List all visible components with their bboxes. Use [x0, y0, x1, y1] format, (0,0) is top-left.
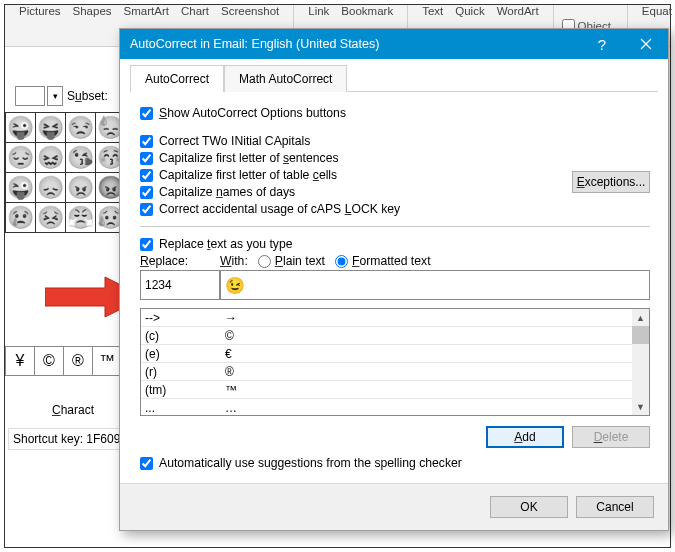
- help-icon[interactable]: ?: [580, 36, 624, 53]
- capslock-check[interactable]: [140, 203, 153, 216]
- charact-label: Charact: [52, 403, 94, 417]
- tab-math-autocorrect[interactable]: Math AutoCorrect: [224, 65, 347, 92]
- titlebar[interactable]: AutoCorrect in Email: English (United St…: [120, 29, 668, 59]
- ribbon-item[interactable]: Link: [308, 5, 329, 19]
- replace-as-type-label: Replace text as you type: [159, 237, 292, 251]
- ok-button[interactable]: OK: [490, 496, 568, 518]
- scroll-down-icon[interactable]: ▼: [632, 398, 649, 415]
- symbol-dialog-bg: ▾ Subset: 😜 😝 😒 😓 😔 😖 😘 😚 😜 😞 😠 😡 😢 😣 😤 …: [5, 86, 130, 233]
- show-options-label: Show AutoCorrect Options buttons: [159, 106, 346, 120]
- shortcut-key: Shortcut key: 1F609,: [8, 432, 129, 446]
- emoji-cell[interactable]: 😜: [6, 113, 36, 143]
- separator: [140, 226, 650, 227]
- emoji-grid: 😜 😝 😒 😓 😔 😖 😘 😚 😜 😞 😠 😡 😢 😣 😤 😥: [5, 112, 130, 233]
- list-item[interactable]: (tm)™: [141, 381, 632, 399]
- ribbon-item[interactable]: Text: [422, 5, 443, 19]
- ribbon-item[interactable]: Quick: [455, 5, 484, 19]
- replace-input[interactable]: [140, 270, 220, 300]
- emoji-cell[interactable]: 😢: [6, 203, 36, 233]
- list-item[interactable]: ...…: [141, 399, 632, 415]
- plain-text-radio[interactable]: [258, 255, 271, 268]
- add-button[interactable]: Add: [486, 426, 564, 448]
- auto-suggest-label: Automatically use suggestions from the s…: [159, 456, 462, 470]
- recent-row: ¥ © ® ™: [5, 346, 121, 376]
- ribbon-item[interactable]: Screenshot: [221, 5, 279, 19]
- ribbon-item[interactable]: Chart: [181, 5, 209, 19]
- cap-sentence-label: Capitalize first letter of sentences: [159, 151, 339, 165]
- dialog-title: AutoCorrect in Email: English (United St…: [120, 37, 580, 51]
- list-item[interactable]: -->→: [141, 309, 632, 327]
- two-initials-check[interactable]: [140, 135, 153, 148]
- autocorrect-dialog: AutoCorrect in Email: English (United St…: [119, 28, 669, 531]
- two-initials-label: Correct TWo INitial CApitals: [159, 134, 310, 148]
- auto-suggest-check[interactable]: [140, 457, 153, 470]
- recent-cell[interactable]: ©: [34, 346, 64, 376]
- cap-cells-label: Capitalize first letter of table cells: [159, 168, 337, 182]
- scroll-thumb[interactable]: [632, 326, 649, 344]
- ribbon-item[interactable]: Pictures: [19, 5, 61, 19]
- ribbon-item[interactable]: Bookmark: [341, 5, 393, 19]
- recent-cell[interactable]: ®: [63, 346, 93, 376]
- delete-button[interactable]: Delete: [572, 426, 650, 448]
- cap-sentence-check[interactable]: [140, 152, 153, 165]
- emoji-cell[interactable]: 😒: [66, 113, 96, 143]
- list-item[interactable]: (c)©: [141, 327, 632, 345]
- plain-text-label: Plain text: [275, 254, 325, 268]
- emoji-cell[interactable]: 😜: [6, 173, 36, 203]
- recent-cell[interactable]: ¥: [5, 346, 35, 376]
- formatted-text-radio[interactable]: [335, 255, 348, 268]
- list-item[interactable]: (r)®: [141, 363, 632, 381]
- cancel-button[interactable]: Cancel: [576, 496, 654, 518]
- replace-label: Replace:: [140, 254, 220, 268]
- tab-strip: AutoCorrect Math AutoCorrect: [120, 59, 668, 92]
- with-preview[interactable]: 😉: [220, 270, 650, 300]
- emoji-cell[interactable]: 😠: [66, 173, 96, 203]
- with-label: With:: [220, 254, 248, 268]
- ribbon-item[interactable]: WordArt: [497, 5, 539, 19]
- capslock-label: Correct accidental usage of cAPS LOCK ke…: [159, 202, 400, 216]
- list-item[interactable]: (e)€: [141, 345, 632, 363]
- emoji-cell[interactable]: 😔: [6, 143, 36, 173]
- dropdown-icon[interactable]: ▾: [47, 86, 63, 106]
- recent-cell[interactable]: ™: [92, 346, 122, 376]
- ribbon-item[interactable]: Equat: [642, 5, 672, 19]
- emoji-cell[interactable]: 😘: [66, 143, 96, 173]
- ribbon-item[interactable]: SmartArt: [124, 5, 169, 19]
- ribbon-item[interactable]: Shapes: [73, 5, 112, 19]
- tab-autocorrect[interactable]: AutoCorrect: [130, 65, 224, 92]
- cap-cells-check[interactable]: [140, 169, 153, 182]
- show-options-check[interactable]: [140, 107, 153, 120]
- replace-as-type-check[interactable]: [140, 238, 153, 251]
- emoji-cell[interactable]: 😖: [36, 143, 66, 173]
- close-icon[interactable]: [624, 29, 668, 59]
- scrollbar[interactable]: ▲ ▼: [632, 309, 649, 415]
- subset-input[interactable]: [15, 86, 45, 106]
- scroll-up-icon[interactable]: ▲: [632, 309, 649, 326]
- replace-list: -->→ (c)© (e)€ (r)® (tm)™ ...… :-(* ▲ ▼: [140, 308, 650, 416]
- exceptions-button[interactable]: Exceptions...: [572, 171, 650, 193]
- cap-days-check[interactable]: [140, 186, 153, 199]
- emoji-cell[interactable]: 😣: [36, 203, 66, 233]
- subset-label: Subset:: [67, 89, 108, 103]
- dialog-footer: OK Cancel: [120, 483, 668, 530]
- emoji-cell[interactable]: 😝: [36, 113, 66, 143]
- cap-days-label: Capitalize names of days: [159, 185, 295, 199]
- emoji-cell[interactable]: 😤: [66, 203, 96, 233]
- formatted-text-label: Formatted text: [352, 254, 431, 268]
- emoji-cell[interactable]: 😞: [36, 173, 66, 203]
